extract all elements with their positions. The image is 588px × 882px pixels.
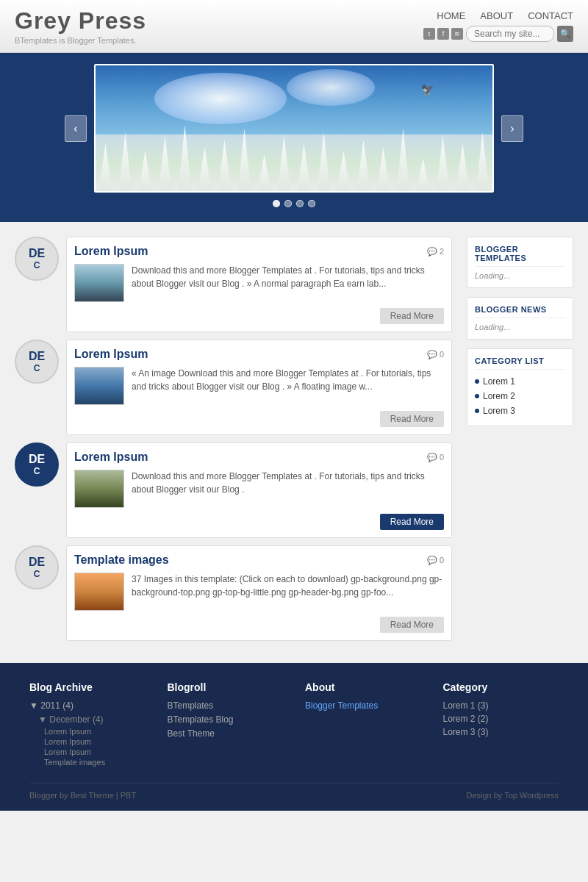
posts-column: DE C Lorem Ipsum 💬 2 Download this and m… bbox=[15, 237, 452, 648]
blogger-templates-widget: BLOGGER TEMPLATES Loading... bbox=[467, 237, 573, 288]
main-area: DE C Lorem Ipsum 💬 2 Download this and m… bbox=[0, 222, 588, 663]
post-excerpt-2: « An image Download this and more Blogge… bbox=[132, 367, 444, 405]
read-more-btn-4[interactable]: Read More bbox=[380, 617, 444, 633]
category-list-widget: CATEGORY LIST Lorem 1 Lorem 2 Lorem 3 bbox=[467, 348, 573, 426]
post-thumb-4 bbox=[74, 573, 124, 611]
post-date-badge-2: DE C bbox=[15, 340, 59, 384]
post-footer-3: Read More bbox=[74, 514, 444, 530]
post-comments-4: 💬 0 bbox=[427, 556, 444, 565]
slider-dot-4[interactable] bbox=[308, 200, 315, 207]
header: Grey Press BTemplates is Blogger Templat… bbox=[0, 0, 588, 53]
blogger-news-widget: BLOGGER NEWS Loading... bbox=[467, 297, 573, 340]
slider-dot-1[interactable] bbox=[273, 200, 280, 207]
nav-contact[interactable]: CONTACT bbox=[528, 10, 573, 21]
slider-dot-3[interactable] bbox=[296, 200, 304, 207]
blogger-templates-loading: Loading... bbox=[475, 271, 565, 280]
cat-dot-3 bbox=[475, 409, 479, 413]
post-comments-3: 💬 0 bbox=[427, 453, 444, 462]
post-thumb-3 bbox=[74, 470, 124, 508]
post-date-badge-3: DE C bbox=[15, 442, 59, 487]
footer-bottom: Blogger by Best Theme | PBT Design by To… bbox=[29, 783, 559, 800]
footer-archive-month[interactable]: ▼ December (4) bbox=[29, 714, 146, 725]
footer-about-title: About bbox=[305, 681, 421, 693]
footer-archive-title: Blog Archive bbox=[29, 681, 146, 693]
footer-category-title: Category bbox=[443, 681, 559, 693]
post-title-4[interactable]: Template images bbox=[74, 553, 169, 567]
rss-icon[interactable]: ≋ bbox=[451, 28, 463, 40]
footer-blogroll-link-3[interactable]: Best Theme bbox=[168, 728, 284, 739]
footer: Blog Archive ▼ 2011 (4) ▼ December (4) L… bbox=[0, 663, 588, 811]
post-header-2: Lorem Ipsum 💬 0 bbox=[74, 348, 444, 361]
footer-archive-item-4[interactable]: Template images bbox=[29, 758, 146, 767]
social-icons: t f ≋ bbox=[423, 28, 463, 40]
slider-image: 🦅 bbox=[94, 64, 494, 193]
slider-wrapper: ‹ 🦅 bbox=[94, 64, 494, 193]
blogger-templates-title: BLOGGER TEMPLATES bbox=[475, 245, 565, 267]
footer-archive-item-1[interactable]: Lorem Ipsum bbox=[29, 727, 146, 736]
footer-cat-item-3: Lorem 3 (3) bbox=[443, 727, 559, 737]
slider-section: ‹ 🦅 bbox=[0, 53, 588, 222]
post-date-badge-4: DE C bbox=[15, 545, 59, 589]
facebook-icon[interactable]: f bbox=[437, 28, 449, 40]
footer-about-link[interactable]: Blogger Templates bbox=[305, 700, 421, 711]
post-header-1: Lorem Ipsum 💬 2 bbox=[74, 245, 444, 258]
site-title: Grey Press bbox=[15, 7, 146, 35]
category-list-title: CATEGORY LIST bbox=[475, 356, 565, 370]
logo-area: Grey Press BTemplates is Blogger Templat… bbox=[15, 7, 146, 45]
slider-prev-button[interactable]: ‹ bbox=[65, 115, 87, 142]
footer-blogroll-link-1[interactable]: BTemplates bbox=[168, 700, 284, 711]
post-comments-1: 💬 2 bbox=[427, 247, 444, 257]
footer-blog-archive: Blog Archive ▼ 2011 (4) ▼ December (4) L… bbox=[29, 681, 146, 768]
category-item-2[interactable]: Lorem 2 bbox=[475, 389, 565, 404]
nav-home[interactable]: HOME bbox=[437, 10, 465, 21]
post-footer-4: Read More bbox=[74, 617, 444, 633]
post-title-2[interactable]: Lorem Ipsum bbox=[74, 348, 148, 361]
footer-category: Category Lorem 1 (3) Lorem 2 (2) Lorem 3… bbox=[443, 681, 559, 768]
slider-dot-2[interactable] bbox=[284, 200, 292, 207]
blogger-news-title: BLOGGER NEWS bbox=[475, 305, 565, 318]
post-card-2: Lorem Ipsum 💬 0 « An image Download this… bbox=[66, 340, 452, 435]
footer-blogroll: Blogroll BTemplates BTemplates Blog Best… bbox=[168, 681, 284, 768]
post-wrapper-4: DE C Template images 💬 0 37 Images in th… bbox=[15, 545, 452, 641]
blogger-news-loading: Loading... bbox=[475, 323, 565, 331]
category-item-1[interactable]: Lorem 1 bbox=[475, 374, 565, 389]
footer-bottom-left: Blogger by Best Theme | PBT bbox=[29, 791, 136, 800]
post-header-3: Lorem Ipsum 💬 0 bbox=[74, 451, 444, 464]
post-wrapper-1: DE C Lorem Ipsum 💬 2 Download this and m… bbox=[15, 237, 452, 332]
footer-blogroll-link-2[interactable]: BTemplates Blog bbox=[168, 714, 284, 725]
twitter-icon[interactable]: t bbox=[423, 28, 435, 40]
footer-archive-year[interactable]: ▼ 2011 (4) bbox=[29, 700, 146, 711]
post-card-3: Lorem Ipsum 💬 0 Download this and more B… bbox=[66, 442, 452, 538]
nav-about[interactable]: ABOUT bbox=[480, 10, 513, 21]
site-tagline: BTemplates is Blogger Templates. bbox=[15, 36, 146, 45]
search-button[interactable]: 🔍 bbox=[557, 26, 573, 42]
post-excerpt-4: 37 Images in this template: (Click on ea… bbox=[132, 573, 444, 611]
post-card-1: Lorem Ipsum 💬 2 Download this and more B… bbox=[66, 237, 452, 332]
nav-links: HOME ABOUT CONTACT bbox=[437, 10, 573, 21]
post-body-3: Download this and more Blogger Templates… bbox=[74, 470, 444, 508]
search-input[interactable] bbox=[466, 26, 554, 42]
read-more-btn-3[interactable]: Read More bbox=[380, 514, 444, 530]
post-body-1: Download this and more Blogger Templates… bbox=[74, 264, 444, 302]
read-more-btn-2[interactable]: Read More bbox=[380, 411, 444, 427]
post-card-4: Template images 💬 0 37 Images in this te… bbox=[66, 545, 452, 641]
footer-archive-item-3[interactable]: Lorem Ipsum bbox=[29, 747, 146, 756]
footer-cat-item-1: Lorem 1 (3) bbox=[443, 700, 559, 711]
post-title-1[interactable]: Lorem Ipsum bbox=[74, 245, 148, 258]
sidebar: BLOGGER TEMPLATES Loading... BLOGGER NEW… bbox=[467, 237, 573, 648]
cat-dot-1 bbox=[475, 379, 479, 384]
slider-dots bbox=[0, 200, 588, 207]
footer-cat-item-2: Lorem 2 (2) bbox=[443, 714, 559, 724]
search-bar: t f ≋ 🔍 bbox=[423, 26, 573, 42]
post-title-3[interactable]: Lorem Ipsum bbox=[74, 451, 148, 464]
read-more-btn-1[interactable]: Read More bbox=[380, 308, 444, 324]
post-excerpt-1: Download this and more Blogger Templates… bbox=[132, 264, 444, 302]
footer-about: About Blogger Templates bbox=[305, 681, 421, 768]
slider-next-button[interactable]: › bbox=[501, 115, 523, 142]
post-footer-2: Read More bbox=[74, 411, 444, 427]
cat-dot-2 bbox=[475, 394, 479, 398]
post-body-4: 37 Images in this template: (Click on ea… bbox=[74, 573, 444, 611]
footer-archive-item-2[interactable]: Lorem Ipsum bbox=[29, 737, 146, 746]
nav-area: HOME ABOUT CONTACT t f ≋ 🔍 bbox=[423, 10, 573, 42]
category-item-3[interactable]: Lorem 3 bbox=[475, 404, 565, 418]
